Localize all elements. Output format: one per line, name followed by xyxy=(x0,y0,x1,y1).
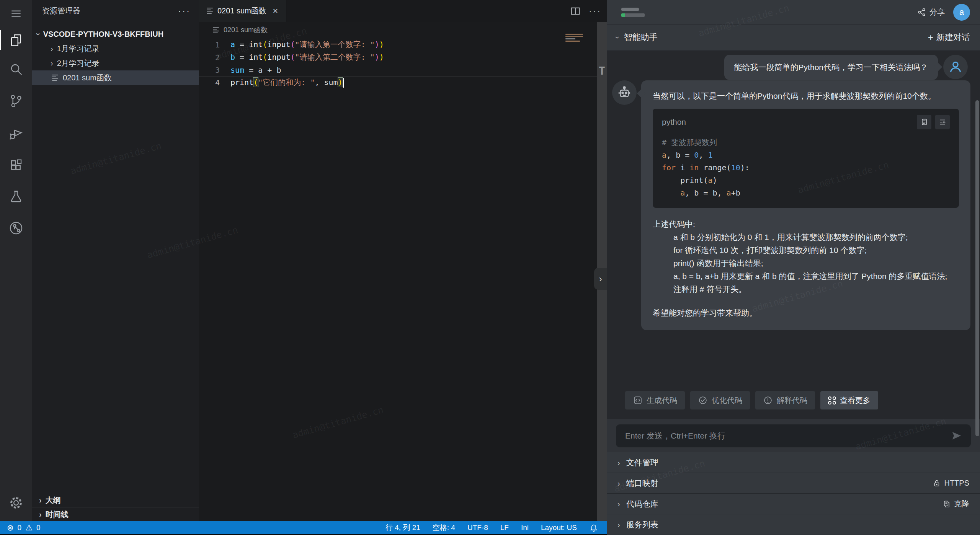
assistant-title-group[interactable]: › 智能助手 xyxy=(617,32,658,43)
eol-setting[interactable]: LF xyxy=(500,524,509,532)
copy-icon xyxy=(920,118,928,126)
problems-status[interactable]: ⊗ 0 ⚠ 0 xyxy=(0,523,41,532)
code-line-4: 4 print("它们的和为: ", sum) xyxy=(199,76,597,89)
indent-setting[interactable]: 空格: 4 xyxy=(433,523,455,533)
keyboard-layout[interactable]: Layout: US xyxy=(541,524,577,532)
tab-close-button[interactable]: ✕ xyxy=(273,7,278,15)
sidebar-item-explorer[interactable] xyxy=(0,26,32,54)
chat-input-bar xyxy=(607,419,980,452)
editor-more-button[interactable]: ··· xyxy=(589,6,601,16)
section-service-list[interactable]: › 服务列表 xyxy=(607,514,980,535)
quick-action-buttons: 生成代码 优化代码 解释代码 查看更多 xyxy=(625,391,878,409)
panel-menu-placeholder[interactable] xyxy=(621,8,645,17)
line-number: 1 xyxy=(199,40,230,49)
chat-input[interactable] xyxy=(624,431,951,441)
explorer-header: 资源管理器 ··· xyxy=(32,0,199,20)
chat-input-box[interactable] xyxy=(616,424,971,447)
menu-button[interactable] xyxy=(0,0,32,28)
status-right-group: 行 4, 列 21 空格: 4 UTF-8 LF Ini Layout: US xyxy=(385,523,607,533)
top-right-actions: 分享 a xyxy=(917,0,970,24)
action-label: 解释代码 xyxy=(777,395,807,406)
explanation-item: a 和 b 分别初始化为 0 和 1，用来计算斐波那契数列的前两个数字; xyxy=(673,231,959,244)
insert-icon xyxy=(938,118,947,126)
encoding[interactable]: UTF-8 xyxy=(467,524,488,532)
settings-button[interactable] xyxy=(0,489,32,517)
chevron-right-icon: › xyxy=(51,59,53,67)
file-icon xyxy=(52,75,59,81)
ai-intro-text: 当然可以，以下是一个简单的Python代码，用于求解斐波那契数列的前10个数。 xyxy=(653,90,959,103)
tree-item-file-selected[interactable]: 0201 sum函数 xyxy=(32,70,199,85)
chat-code-block: python # 斐波那契数列a, b = 0, 1for i in rang xyxy=(653,109,959,208)
share-button[interactable]: 分享 xyxy=(917,7,945,17)
section-port-mapping[interactable]: › 端口映射 HTTPS xyxy=(607,473,980,494)
new-chat-button[interactable]: + 新建对话 xyxy=(928,32,970,43)
share-label: 分享 xyxy=(929,7,945,17)
expand-panel-button[interactable]: › xyxy=(594,268,607,290)
generate-code-button[interactable]: 生成代码 xyxy=(625,391,685,409)
chat-code: # 斐波那契数列a, b = 0, 1for i in range(10): p… xyxy=(662,136,950,199)
cursor-position[interactable]: 行 4, 列 21 xyxy=(385,523,420,533)
breadcrumb[interactable]: 0201 sum函数 xyxy=(213,25,268,34)
bell-icon[interactable] xyxy=(589,523,598,532)
bubble-tail xyxy=(637,89,646,98)
tab-actions: ··· xyxy=(570,0,601,22)
tree-item-folder[interactable]: › 1月学习记录 xyxy=(32,41,199,56)
user-message-text: 能给我一段简单的Python代码，学习一下相关语法吗？ xyxy=(734,63,928,72)
minimap[interactable] xyxy=(565,34,585,43)
explorer-more-button[interactable]: ··· xyxy=(178,5,191,16)
sidebar-item-source-control[interactable] xyxy=(0,87,32,115)
search-icon xyxy=(9,62,23,77)
sidebar-item-search[interactable] xyxy=(0,56,32,83)
scrollbar-watermark-letter: T xyxy=(597,65,607,77)
chevron-down-icon: › xyxy=(617,34,619,41)
source-control-icon xyxy=(9,94,23,108)
person-icon xyxy=(948,59,963,75)
section-code-repo[interactable]: › 代码仓库 克隆 xyxy=(607,494,980,514)
user-message-bubble: 能给我一段简单的Python代码，学习一下相关语法吗？ xyxy=(724,55,938,80)
panel-scrollbar[interactable] xyxy=(975,100,979,436)
section-file-management[interactable]: › 文件管理 xyxy=(607,452,980,473)
language-mode[interactable]: Ini xyxy=(521,524,529,532)
section-label: 代码仓库 xyxy=(626,499,942,509)
ai-message-row: 当然可以，以下是一个简单的Python代码，用于求解斐波那契数列的前10个数。 … xyxy=(612,80,970,330)
file-icon xyxy=(213,27,220,33)
folder-label: 2月学习记录 xyxy=(57,58,100,69)
assistant-title: 智能助手 xyxy=(624,32,658,43)
tab-label: 0201 sum函数 xyxy=(217,6,266,16)
run-debug-icon xyxy=(8,126,24,141)
plus-icon: + xyxy=(928,32,933,43)
closing-text: 希望能对您的学习带来帮助。 xyxy=(653,307,959,320)
remote-branch-icon xyxy=(8,220,24,236)
exclamation-circle-icon xyxy=(763,395,773,405)
tree-root-folder[interactable]: › VSCODE-PYTHON-V3-BKFFBIUH xyxy=(32,27,199,41)
sidebar-item-run-debug[interactable] xyxy=(0,119,32,147)
outline-section[interactable]: › 大纲 xyxy=(32,493,199,507)
explain-code-button[interactable]: 解释代码 xyxy=(755,391,815,409)
sidebar-item-extensions[interactable] xyxy=(0,152,32,179)
sidebar-item-remote[interactable] xyxy=(0,214,32,242)
copy-code-button[interactable] xyxy=(917,115,931,129)
view-more-button[interactable]: 查看更多 xyxy=(820,391,878,409)
error-count: 0 xyxy=(18,524,22,532)
extensions-icon xyxy=(9,158,23,173)
sidebar-item-testing[interactable] xyxy=(0,183,32,210)
split-editor-icon[interactable] xyxy=(570,5,581,17)
activity-bar xyxy=(0,0,32,521)
timeline-label: 时间线 xyxy=(46,509,69,520)
lock-icon xyxy=(933,479,941,488)
hamburger-icon xyxy=(10,7,23,20)
clone-badge[interactable]: 克隆 xyxy=(942,499,969,509)
status-bar: ⊗ 0 ⚠ 0 行 4, 列 21 空格: 4 UTF-8 LF Ini Lay… xyxy=(0,521,607,534)
grid-icon xyxy=(828,396,836,405)
tab-0201-sum[interactable]: 0201 sum函数 ✕ xyxy=(199,0,286,22)
timeline-section[interactable]: › 时间线 xyxy=(32,507,199,521)
insert-code-button[interactable] xyxy=(935,115,950,129)
send-icon[interactable] xyxy=(951,430,962,442)
user-avatar[interactable]: a xyxy=(953,4,970,21)
file-label: 0201 sum函数 xyxy=(63,73,112,83)
tree-item-folder[interactable]: › 2月学习记录 xyxy=(32,56,199,70)
https-badge[interactable]: HTTPS xyxy=(933,479,969,488)
optimize-code-button[interactable]: 优化代码 xyxy=(690,391,750,409)
line-number: 4 xyxy=(199,78,230,87)
code-editor[interactable]: 1 a = int(input("请输入第一个数字: ")) 2 b = int… xyxy=(199,38,597,89)
